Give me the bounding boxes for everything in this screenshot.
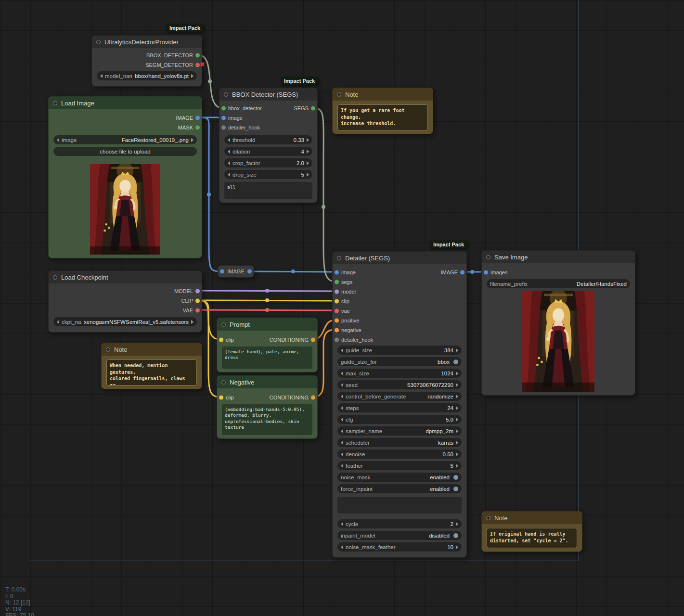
- output-slot-conditioning[interactable]: [311, 396, 315, 400]
- decrement-arrow-icon[interactable]: [57, 320, 59, 324]
- node-header[interactable]: BBOX Detector (SEGS): [219, 88, 317, 101]
- collapse-dot-icon[interactable]: [221, 322, 226, 327]
- input-slot-image[interactable]: [221, 116, 226, 120]
- scheduler-widget[interactable]: scheduler karras: [337, 438, 462, 447]
- note-text[interactable]: If you get a rare foot change, increase …: [337, 104, 428, 130]
- input-slot-vae[interactable]: [335, 309, 339, 313]
- output-slot-vae[interactable]: [195, 308, 200, 313]
- input-slot-clip[interactable]: [219, 396, 223, 400]
- collapse-dot-icon[interactable]: [224, 92, 228, 97]
- filename-prefix-widget[interactable]: filename_prefix Detailer/HandsFixed: [487, 279, 630, 288]
- output-slot-segm-detector[interactable]: [195, 63, 200, 67]
- output-slot-segs[interactable]: [311, 106, 315, 111]
- output-slot-conditioning[interactable]: [311, 338, 315, 342]
- collapse-dot-icon[interactable]: [337, 92, 341, 97]
- output-slot-mask[interactable]: [195, 126, 200, 130]
- max-size-widget[interactable]: max_size 1024: [337, 369, 462, 378]
- output-slot-reroute[interactable]: [247, 270, 252, 274]
- increment-arrow-icon[interactable]: [456, 418, 458, 422]
- feather-widget[interactable]: feather 5: [337, 461, 462, 470]
- increment-arrow-icon[interactable]: [456, 395, 458, 398]
- decrement-arrow-icon[interactable]: [341, 545, 343, 549]
- increment-arrow-icon[interactable]: [456, 406, 458, 410]
- note-text[interactable]: When needed, mention gestures, colored f…: [106, 359, 197, 385]
- increment-arrow-icon[interactable]: [307, 150, 309, 154]
- node-header[interactable]: Prompt: [217, 318, 317, 331]
- decrement-arrow-icon[interactable]: [228, 173, 230, 177]
- node-note-prompt-tips[interactable]: Note When needed, mention gestures, colo…: [101, 343, 202, 389]
- sampler-name-widget[interactable]: sampler_name dpmpp_2m: [337, 426, 462, 436]
- inpaint-model-widget[interactable]: inpaint_model disabled: [337, 531, 462, 540]
- output-slot-bbox-detector[interactable]: [195, 53, 200, 58]
- collapse-dot-icon[interactable]: [337, 256, 341, 260]
- input-slot-image[interactable]: [335, 270, 339, 275]
- node-header[interactable]: Save Image: [482, 251, 635, 263]
- node-note-cycle[interactable]: Note If original hand is really distorte…: [481, 511, 582, 552]
- collapse-dot-icon[interactable]: [486, 516, 490, 520]
- node-header[interactable]: Note: [102, 343, 202, 356]
- control-before-generate-widget[interactable]: control_before_generate randomize: [337, 392, 462, 401]
- seed-widget[interactable]: seed 530730676072290: [337, 380, 462, 389]
- cfg-widget[interactable]: cfg 5.0: [337, 415, 462, 424]
- node-load-image[interactable]: Load Image IMAGE MASK image FaceRestored…: [48, 96, 202, 258]
- model-name-widget[interactable]: model_name bbox/hand_yolov8s.pt: [97, 71, 197, 80]
- node-graph-canvas[interactable]: Impact Pack Impact Pack Impact Pack Ultr…: [0, 0, 684, 616]
- output-slot-clip[interactable]: [195, 299, 200, 303]
- threshold-widget[interactable]: threshold 0.33: [224, 135, 312, 144]
- node-note-threshold[interactable]: Note If you get a rare foot change, incr…: [332, 88, 433, 134]
- toggle-dot-icon[interactable]: [453, 487, 458, 491]
- steps-widget[interactable]: steps 24: [337, 403, 462, 412]
- increment-arrow-icon[interactable]: [456, 464, 458, 468]
- increment-arrow-icon[interactable]: [456, 522, 458, 526]
- increment-arrow-icon[interactable]: [191, 74, 194, 78]
- collapse-dot-icon[interactable]: [486, 255, 490, 259]
- increment-arrow-icon[interactable]: [456, 441, 458, 445]
- increment-arrow-icon[interactable]: [191, 320, 194, 324]
- node-header[interactable]: Load Checkpoint: [49, 271, 202, 283]
- input-slot-detailer-hook[interactable]: [221, 126, 226, 130]
- drop-size-widget[interactable]: drop_size 5: [224, 170, 312, 179]
- collapse-dot-icon[interactable]: [106, 347, 110, 352]
- node-header[interactable]: Detailer (SEGS): [333, 252, 466, 264]
- node-header[interactable]: Note: [333, 88, 433, 101]
- input-slot-negative[interactable]: [335, 328, 339, 333]
- input-slot-detailer-hook[interactable]: [335, 338, 339, 342]
- increment-arrow-icon[interactable]: [191, 138, 194, 142]
- decrement-arrow-icon[interactable]: [341, 418, 343, 422]
- collapse-dot-icon[interactable]: [53, 101, 57, 105]
- toggle-dot-icon[interactable]: [453, 533, 458, 538]
- node-prompt[interactable]: Prompt clip CONDITIONING (female hand), …: [217, 318, 318, 372]
- node-load-checkpoint[interactable]: Load Checkpoint MODEL CLIP VAE ckpt_name…: [48, 270, 202, 333]
- node-negative-prompt[interactable]: Negative clip CONDITIONING (embedding:ba…: [217, 375, 318, 439]
- collapse-dot-icon[interactable]: [96, 40, 101, 44]
- negative-textarea[interactable]: (embedding:bad-hands-5:0.95), deformed, …: [222, 404, 312, 435]
- decrement-arrow-icon[interactable]: [341, 441, 343, 445]
- labels-textarea[interactable]: all: [224, 182, 312, 199]
- input-slot-bbox-detector[interactable]: [221, 106, 226, 111]
- node-header[interactable]: Load Image: [49, 97, 202, 109]
- output-slot-image[interactable]: [195, 116, 200, 120]
- decrement-arrow-icon[interactable]: [100, 74, 103, 78]
- decrement-arrow-icon[interactable]: [57, 138, 59, 142]
- input-slot-reroute[interactable]: [220, 270, 224, 274]
- increment-arrow-icon[interactable]: [307, 173, 309, 177]
- decrement-arrow-icon[interactable]: [341, 406, 343, 410]
- output-slot-model[interactable]: [195, 289, 200, 294]
- node-reroute-image[interactable]: IMAGE: [218, 265, 254, 278]
- wildcard-textarea[interactable]: [337, 497, 462, 513]
- node-header[interactable]: Negative: [217, 376, 317, 388]
- guide-size-widget[interactable]: guide_size 384: [337, 346, 462, 355]
- choose-file-button[interactable]: choose file to upload: [53, 147, 197, 156]
- ckpt-name-widget[interactable]: ckpt_name xenogasmNSFWSemiReal_v5.safete…: [53, 317, 197, 326]
- node-save-image[interactable]: Save Image images filename_prefix Detail…: [481, 250, 635, 396]
- decrement-arrow-icon[interactable]: [341, 348, 343, 352]
- increment-arrow-icon[interactable]: [307, 138, 309, 142]
- toggle-dot-icon[interactable]: [453, 359, 458, 364]
- increment-arrow-icon[interactable]: [456, 452, 458, 456]
- node-ultralytics-detector-provider[interactable]: UltralyticsDetectorProvider BBOX_DETECTO…: [91, 35, 202, 87]
- toggle-dot-icon[interactable]: [453, 475, 458, 480]
- input-slot-segs[interactable]: [335, 280, 339, 284]
- decrement-arrow-icon[interactable]: [228, 138, 230, 142]
- decrement-arrow-icon[interactable]: [341, 383, 343, 387]
- denoise-widget[interactable]: denoise 0.50: [337, 449, 462, 459]
